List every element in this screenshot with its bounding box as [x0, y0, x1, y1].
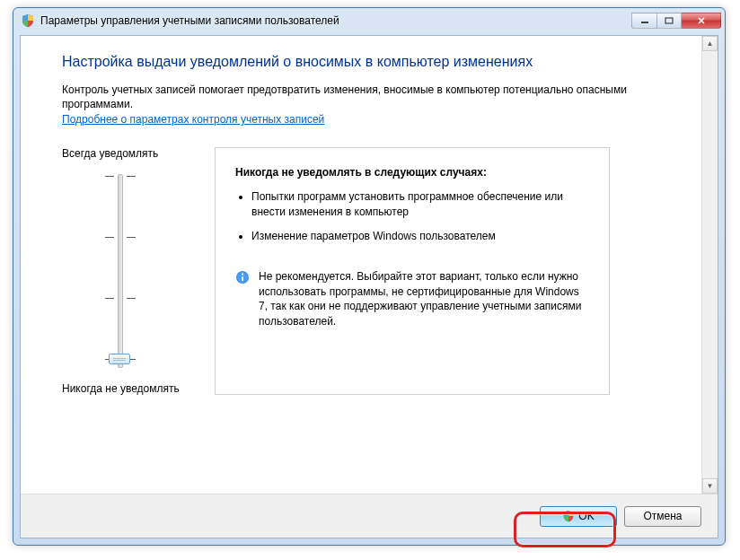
uac-settings-window: Параметры управления учетными записями п…: [13, 7, 726, 546]
slider-tick: [127, 298, 136, 300]
close-button[interactable]: [682, 13, 721, 29]
client-area: ▲ ▼ Настройка выдачи уведомлений о вноси…: [20, 35, 718, 538]
titlebar[interactable]: Параметры управления учетными записями п…: [13, 8, 725, 33]
bullet-item: Попытки программ установить программное …: [251, 189, 589, 220]
minimize-button[interactable]: [631, 13, 656, 29]
slider-tick: [127, 176, 136, 178]
description-title: Никогда не уведомлять в следующих случая…: [235, 166, 589, 179]
description-list: Попытки программ установить программное …: [251, 189, 589, 243]
svg-rect-6: [242, 276, 243, 281]
svg-rect-1: [665, 18, 673, 23]
footer: OK Отмена: [21, 494, 718, 538]
slider-label-top: Всегда уведомлять: [62, 147, 158, 160]
description-box: Никогда не уведомлять в следующих случая…: [215, 147, 610, 395]
slider-tick: [127, 237, 136, 239]
warning-row: Не рекомендуется. Выбирайте этот вариант…: [235, 269, 589, 329]
warning-text: Не рекомендуется. Выбирайте этот вариант…: [259, 269, 589, 329]
window-title: Параметры управления учетными записями п…: [40, 14, 631, 27]
content-scroll: ▲ ▼ Настройка выдачи уведомлений о вноси…: [21, 36, 718, 494]
shield-icon: [21, 13, 35, 28]
slider-tick: [105, 298, 114, 300]
shield-icon: [562, 510, 575, 522]
cancel-button[interactable]: Отмена: [624, 506, 701, 527]
uac-slider[interactable]: [101, 169, 137, 373]
slider-label-bottom: Никогда не уведомлять: [62, 382, 180, 395]
minimize-icon: [640, 17, 649, 24]
scroll-down-arrow[interactable]: ▼: [702, 478, 718, 494]
bullet-item: Изменение параметров Windows пользовател…: [251, 229, 589, 244]
svg-rect-0: [641, 22, 648, 23]
maximize-button[interactable]: [656, 13, 682, 29]
slider-thumb[interactable]: [109, 354, 130, 364]
slider-tick: [105, 176, 114, 178]
info-icon: [235, 270, 250, 284]
ok-button-label: OK: [578, 510, 594, 522]
slider-track: [118, 174, 123, 368]
window-controls: [631, 13, 721, 29]
slider-tick: [105, 237, 114, 239]
vertical-scrollbar[interactable]: ▲ ▼: [701, 36, 718, 494]
slider-area: Всегда уведомлять: [62, 147, 669, 395]
svg-point-7: [242, 273, 243, 275]
help-link[interactable]: Подробнее о параметрах контроля учетных …: [62, 113, 324, 126]
close-icon: [697, 17, 706, 24]
ok-button[interactable]: OK: [540, 506, 617, 527]
scroll-up-arrow[interactable]: ▲: [702, 36, 718, 51]
cancel-button-label: Отмена: [643, 510, 682, 522]
page-heading: Настройка выдачи уведомлений о вносимых …: [62, 54, 669, 70]
maximize-icon: [665, 17, 674, 24]
slider-column: Всегда уведомлять: [62, 147, 215, 395]
intro-text: Контроль учетных записей помогает предот…: [62, 83, 669, 111]
content: Настройка выдачи уведомлений о вносимых …: [21, 36, 701, 494]
